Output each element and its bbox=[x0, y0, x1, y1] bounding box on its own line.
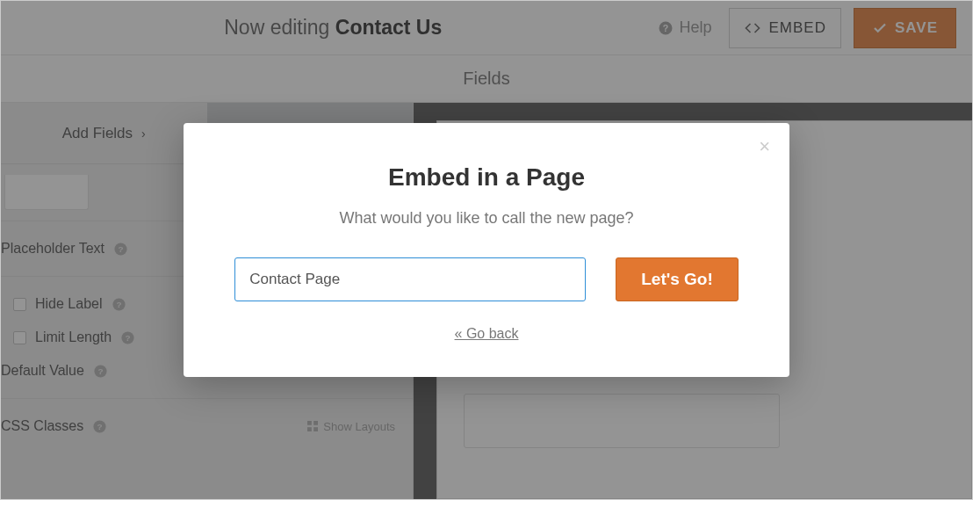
modal-overlay[interactable]: × Embed in a Page What would you like to… bbox=[1, 1, 972, 499]
close-icon[interactable]: × bbox=[759, 137, 770, 156]
lets-go-button[interactable]: Let's Go! bbox=[616, 257, 739, 301]
go-back-link[interactable]: « Go back bbox=[233, 326, 740, 342]
page-name-input[interactable] bbox=[234, 257, 586, 301]
modal-subtitle: What would you like to call the new page… bbox=[233, 209, 740, 228]
embed-modal: × Embed in a Page What would you like to… bbox=[184, 123, 789, 377]
modal-title: Embed in a Page bbox=[233, 163, 740, 192]
